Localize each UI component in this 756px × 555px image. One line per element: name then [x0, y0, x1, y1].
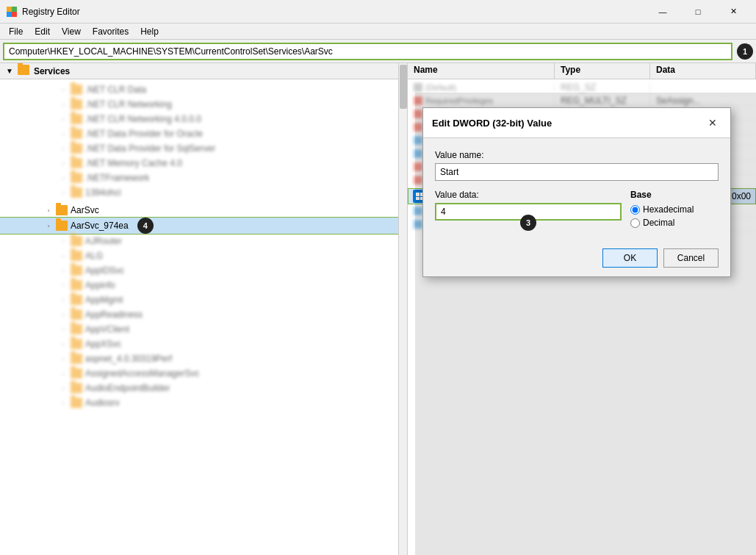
- list-item[interactable]: ›ALG: [0, 248, 407, 263]
- edit-dword-dialog: Edit DWORD (32-bit) Value ✕ Value name: …: [422, 107, 731, 277]
- step-badge-3: 3: [520, 215, 536, 231]
- tree-header-label: Services: [34, 66, 70, 76]
- value-name-input[interactable]: [435, 163, 719, 181]
- tree-item-label: AarSvc_974ea: [71, 221, 129, 231]
- minimize-button[interactable]: —: [646, 1, 680, 23]
- tree-header: ▼ Services: [0, 63, 407, 79]
- list-item[interactable]: ›AppMgmt: [0, 293, 407, 307]
- list-item[interactable]: ›AssignedAccessManagerSvc: [0, 366, 407, 381]
- ok-button[interactable]: OK: [602, 248, 658, 268]
- value-data-row: Value data: 3 Base Hexadecimal: [435, 190, 719, 231]
- list-item[interactable]: ›AppReadiness: [0, 307, 407, 322]
- col-type: Type: [555, 63, 650, 79]
- list-item[interactable]: › .NET CLR Networking: [0, 97, 407, 112]
- folder-icon: [56, 221, 68, 231]
- menu-help[interactable]: Help: [134, 25, 165, 38]
- maximize-button[interactable]: □: [681, 1, 715, 23]
- dialog-title: Edit DWORD (32-bit) Value: [432, 118, 552, 129]
- list-item[interactable]: ›AppVClient: [0, 322, 407, 337]
- svg-rect-2: [7, 12, 12, 17]
- scrollbar-thumb[interactable]: [400, 65, 407, 109]
- svg-rect-3: [12, 12, 17, 17]
- list-item[interactable]: ›AJRouter: [0, 234, 407, 248]
- menu-bar: File Edit View Favorites Help: [0, 24, 756, 40]
- address-bar: 1: [0, 40, 756, 63]
- close-button[interactable]: ✕: [716, 1, 750, 23]
- tree-item-label: AarSvc: [71, 205, 99, 215]
- list-item[interactable]: › .NETFramework: [0, 171, 407, 185]
- dialog-body: Value name: Value data: 3: [423, 138, 730, 243]
- tree-blurred-items: › .NET CLR Data › .NET CLR Networking › …: [0, 79, 407, 203]
- step-badge-4: 4: [137, 218, 154, 234]
- list-item[interactable]: › .NET CLR Networking 4.0.0.0: [0, 112, 407, 126]
- title-bar: Registry Editor — □ ✕: [0, 0, 756, 24]
- list-item[interactable]: › .NET CLR Data: [0, 82, 407, 97]
- radio-hexadecimal[interactable]: Hexadecimal: [630, 204, 719, 215]
- dialog-close-button[interactable]: ✕: [704, 114, 721, 132]
- column-headers: Name Type Data: [408, 63, 756, 79]
- menu-favorites[interactable]: Favorites: [87, 25, 134, 38]
- list-item[interactable]: ›AppXSvc: [0, 337, 407, 351]
- menu-file[interactable]: File: [3, 25, 29, 38]
- col-data: Data: [650, 63, 756, 79]
- dialog-title-bar: Edit DWORD (32-bit) Value ✕: [423, 108, 730, 138]
- address-badge: 1: [737, 43, 753, 60]
- address-input[interactable]: [3, 43, 732, 60]
- window-controls: — □ ✕: [646, 1, 750, 23]
- menu-view[interactable]: View: [56, 25, 87, 38]
- radio-hex-input[interactable]: [630, 205, 640, 215]
- radio-dec-input[interactable]: [630, 218, 640, 228]
- folder-icon: [56, 205, 68, 215]
- list-item[interactable]: › .NET Data Provider for SqlServer: [0, 141, 407, 156]
- value-name-label: Value name:: [435, 150, 719, 160]
- base-section: Base Hexadecimal Decimal: [630, 190, 719, 231]
- value-data-label: Value data:: [435, 190, 622, 200]
- radio-hex-label: Hexadecimal: [643, 204, 694, 215]
- list-item[interactable]: ›AudioEndpointBuilder: [0, 381, 407, 395]
- cancel-button[interactable]: Cancel: [663, 248, 719, 268]
- list-item[interactable]: ›aspnet_4.0.30319Perf: [0, 351, 407, 366]
- tree-item-aarsvc-974ea[interactable]: › AarSvc_974ea 4: [0, 218, 407, 234]
- list-item[interactable]: ›Audiosrv: [0, 395, 407, 410]
- value-name-field: Value name:: [435, 150, 719, 181]
- radio-dec-label: Decimal: [643, 218, 674, 228]
- chevron-right-icon: ›: [44, 223, 53, 229]
- registry-icon: [6, 6, 18, 18]
- menu-edit[interactable]: Edit: [29, 25, 56, 38]
- right-panel: Name Type Data (Default) REG_SZ Required…: [408, 63, 756, 555]
- svg-rect-0: [7, 7, 12, 12]
- base-label: Base: [630, 190, 719, 200]
- value-data-section: Value data: 3: [435, 190, 622, 221]
- list-item[interactable]: ›AppIDSvc: [0, 263, 407, 278]
- tree-item-aarsvc[interactable]: › AarSvc: [0, 203, 407, 218]
- radio-decimal[interactable]: Decimal: [630, 218, 719, 228]
- list-item[interactable]: › .NET Data Provider for Oracle: [0, 126, 407, 141]
- services-folder-icon: [18, 65, 29, 77]
- col-name: Name: [408, 63, 555, 79]
- chevron-right-icon: ›: [44, 207, 53, 214]
- list-item[interactable]: › 1394ohci: [0, 185, 407, 200]
- tree-scrollbar[interactable]: [398, 63, 407, 555]
- list-item[interactable]: › .NET Memory Cache 4.0: [0, 156, 407, 171]
- chevron-down-icon: ▼: [6, 67, 13, 75]
- dialog-footer: OK Cancel: [423, 243, 730, 276]
- tree-blurred-lower: ›AJRouter ›ALG ›AppIDSvc ›Appinfo ›AppMg…: [0, 234, 407, 410]
- dialog-overlay: Edit DWORD (32-bit) Value ✕ Value name: …: [415, 93, 756, 555]
- main-layout: ▼ Services › .NET CLR Data › .NET CLR Ne…: [0, 63, 756, 555]
- list-item[interactable]: ›Appinfo: [0, 278, 407, 293]
- window-title: Registry Editor: [22, 7, 80, 17]
- tree-panel: ▼ Services › .NET CLR Data › .NET CLR Ne…: [0, 63, 408, 555]
- svg-rect-1: [12, 7, 17, 12]
